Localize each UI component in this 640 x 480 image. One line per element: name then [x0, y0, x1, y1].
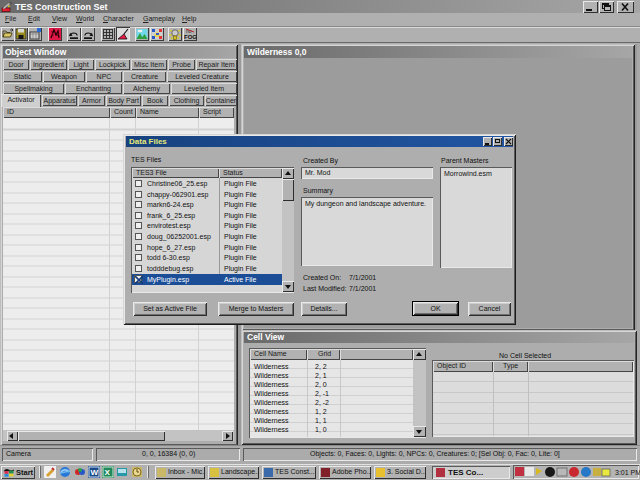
svg-text:X: X — [105, 468, 111, 477]
svg-text:FOG: FOG — [184, 34, 197, 40]
svg-text:W: W — [91, 468, 99, 477]
